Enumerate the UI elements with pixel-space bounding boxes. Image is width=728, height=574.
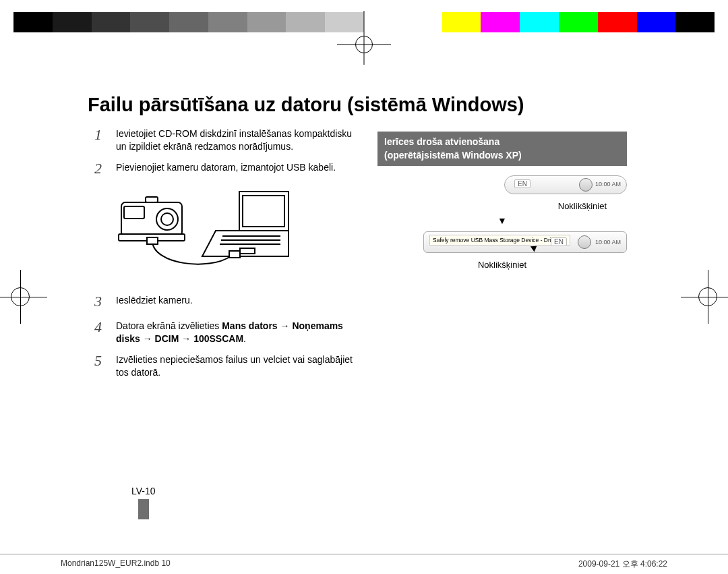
svg-rect-5 [146, 197, 158, 202]
disconnect-column: Ierīces droša atvienošana (operētājsistē… [377, 132, 627, 270]
subsection-heading: Ierīces droša atvienošana (operētājsistē… [377, 132, 627, 166]
prepress-file: Mondrian125W_EUR2.indb 10 [61, 558, 171, 570]
step-1: 1 Ievietojiet CD-ROM diskdzinī instalēša… [94, 125, 357, 153]
taskbar-tray: EN 10:00 AM [504, 175, 627, 194]
taskbar-tray-balloon: Safely remove USB Mass Storage Device - … [423, 231, 627, 253]
step-number: 1 [94, 125, 108, 153]
step-4: 4 Datora ekrānā izvēlieties Mans dators … [94, 317, 357, 345]
balloon-text: Safely remove USB Mass Storage Device - … [429, 235, 570, 246]
page-number: LV-10 [131, 486, 156, 496]
lang-indicator: EN [551, 237, 567, 246]
step-text-part: . [243, 333, 246, 344]
tray-clock: 10:00 AM [595, 239, 621, 246]
registration-mark-right [681, 270, 728, 324]
step-text: Ievietojiet CD-ROM diskdzinī instalēšana… [116, 125, 357, 153]
heading-line: (operētājsistēmā Windows XP) [384, 150, 522, 161]
step-2: 2 Pievienojiet kameru datoram, izmantojo… [94, 159, 357, 179]
step-text: Ieslēdziet kameru. [116, 291, 193, 312]
click-caption: Noklikšķiniet [377, 201, 627, 211]
svg-rect-11 [147, 237, 158, 244]
svg-point-3 [161, 213, 173, 225]
step-text: Datora ekrānā izvēlieties Mans dators → … [116, 317, 357, 345]
step-number: 3 [94, 291, 108, 312]
instructions-column: 1 Ievietojiet CD-ROM diskdzinī instalēša… [94, 125, 357, 384]
step-text: Izvēlieties nepieciešamos failus un velc… [116, 351, 357, 379]
registration-mark-top [351, 31, 377, 58]
step-number: 5 [94, 351, 108, 379]
click-caption: Noklikšķiniet [377, 260, 627, 270]
heading-line: Ierīces droša atvienošana [384, 136, 499, 147]
step-5: 5 Izvēlieties nepieciešamos failus un ve… [94, 351, 357, 379]
page-tab-marker [138, 499, 149, 519]
lang-indicator: EN [514, 179, 530, 188]
step-text: Pievienojiet kameru datoram, izmantojot … [116, 159, 336, 179]
svg-rect-4 [124, 206, 144, 219]
down-arrow-icon: ▼ [377, 215, 627, 226]
tray-sequence: EN 10:00 AM Noklikšķiniet ▼ Safely remov… [377, 175, 627, 270]
registration-mark-left [0, 270, 47, 324]
safely-remove-icon [579, 178, 593, 192]
tray-clock: 10:00 AM [595, 181, 621, 188]
svg-rect-6 [243, 196, 284, 227]
camera-laptop-illustration [115, 183, 290, 285]
svg-rect-12 [229, 251, 240, 258]
step-number: 4 [94, 317, 108, 345]
prepress-footer: Mondrian125W_EUR2.indb 10 2009-09-21 오후 … [0, 554, 728, 570]
prepress-date: 2009-09-21 오후 4:06:22 [578, 558, 667, 570]
svg-rect-10 [240, 248, 255, 254]
step-number: 2 [94, 159, 108, 179]
page-title: Failu pārsūtīšana uz datoru (sistēmā Win… [88, 94, 640, 116]
step-3: 3 Ieslēdziet kameru. [94, 291, 357, 312]
safely-remove-icon [578, 235, 591, 249]
step-text-part: Datora ekrānā izvēlieties [116, 320, 222, 331]
